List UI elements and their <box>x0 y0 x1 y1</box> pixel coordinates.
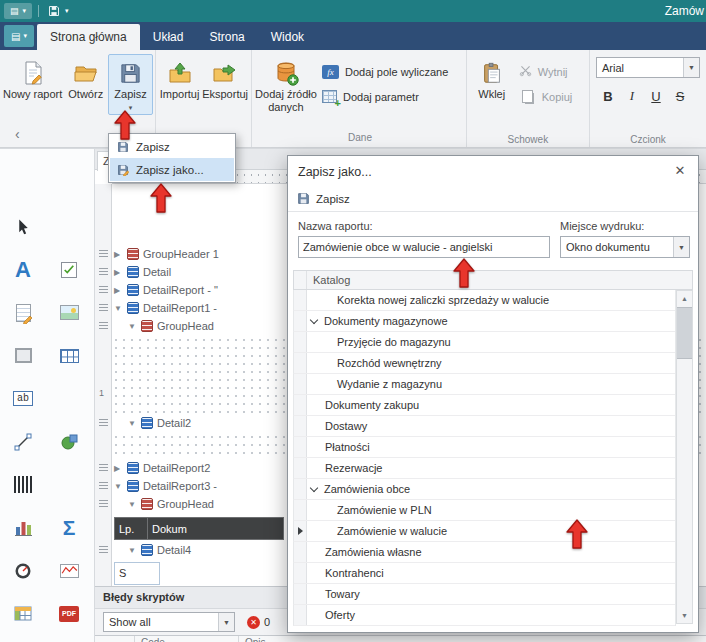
chevron-down-icon[interactable]: ▼ <box>673 237 689 257</box>
band-groupheader1[interactable]: ▶GroupHeader 1 <box>114 246 219 262</box>
expander-icon[interactable]: ▼ <box>114 482 123 491</box>
sparkline-tool-button[interactable] <box>50 552 88 590</box>
expander-icon[interactable]: ▼ <box>128 322 137 331</box>
band-detail4[interactable]: ▼Detail4 <box>128 542 191 558</box>
tab-strona-glowna[interactable]: Strona główna <box>37 24 140 50</box>
tree-row[interactable]: Dokumenty zakupu <box>293 395 675 416</box>
panel-tool-button[interactable] <box>4 337 42 375</box>
scrollbar-thumb[interactable] <box>677 307 692 359</box>
band-handle[interactable] <box>99 546 108 553</box>
tree-row[interactable]: Zamówienie w PLN <box>293 500 675 521</box>
tree-row[interactable]: Wydanie z magazynu <box>293 374 675 395</box>
scrollbar[interactable]: ▲ ▼ <box>676 290 693 624</box>
paste-button[interactable]: Wklej <box>469 54 515 102</box>
chevron-down-icon[interactable]: ▼ <box>683 58 699 77</box>
column-opis[interactable]: Opis <box>239 636 706 642</box>
barcode-tool-button[interactable] <box>4 466 42 504</box>
report-cell[interactable]: S <box>114 562 160 585</box>
picture-tool-button[interactable] <box>50 294 88 332</box>
tree-row[interactable]: Kontrahenci <box>293 563 675 584</box>
pdf-tool-button[interactable]: PDF <box>50 595 88 633</box>
cut-button[interactable]: Wytnij <box>515 61 577 82</box>
expander-icon[interactable]: ▶ <box>114 464 123 473</box>
underline-button[interactable]: U <box>644 85 668 107</box>
import-button[interactable]: Importuj <box>158 54 201 102</box>
font-name-combo[interactable]: Arial ▼ <box>596 57 700 78</box>
line-tool-button[interactable] <box>4 423 42 461</box>
band-handle[interactable] <box>99 419 108 426</box>
report-table-header[interactable]: Lp. Dokum <box>114 517 284 540</box>
band-handle[interactable] <box>99 464 108 471</box>
expander-icon[interactable] <box>310 483 318 491</box>
add-parameter-button[interactable]: Dodaj parametr <box>318 86 452 107</box>
tree-row[interactable]: Zamówienia obce <box>293 479 675 500</box>
qat-dropdown-icon[interactable]: ▾ <box>65 7 69 15</box>
application-button[interactable]: ▤▾ <box>4 25 34 47</box>
expander-icon[interactable]: ▶ <box>114 268 123 277</box>
band-handle[interactable] <box>99 250 108 257</box>
richtext-tool-button[interactable] <box>4 294 42 332</box>
bold-button[interactable]: B <box>596 85 620 107</box>
pointer-tool-button[interactable] <box>4 208 42 246</box>
chart-tool-button[interactable] <box>4 509 42 547</box>
label-tool-button[interactable]: A <box>4 251 42 289</box>
report-name-input[interactable] <box>298 236 550 258</box>
tree-row[interactable]: Korekta nowej zaliczki sprzedaży w waluc… <box>293 290 675 311</box>
add-calculated-field-button[interactable]: fx Dodaj pole wyliczane <box>318 61 452 82</box>
dialog-save-button[interactable]: Zapisz <box>288 186 698 212</box>
scroll-up-icon[interactable]: ▲ <box>677 291 692 306</box>
band-detail2[interactable]: ▼Detail2 <box>128 415 191 431</box>
save-button[interactable]: Zapisz ▾ <box>108 54 153 115</box>
tab-strona[interactable]: Strona <box>196 24 257 50</box>
shape-tool-button[interactable] <box>50 423 88 461</box>
pivot-tool-button[interactable] <box>4 595 42 633</box>
band-detailreport1[interactable]: ▼DetailReport1 - <box>114 300 217 316</box>
export-button[interactable]: Eksportuj <box>201 54 249 102</box>
textbox-tool-button[interactable]: ab <box>4 380 42 418</box>
menu-item-save-as[interactable]: Zapisz jako... <box>110 158 234 181</box>
tree-row[interactable]: Dokumenty magazynowe <box>293 311 675 332</box>
tab-widok[interactable]: Widok <box>258 24 317 50</box>
expander-icon[interactable]: ▼ <box>128 546 137 555</box>
table-tool-button[interactable] <box>50 337 88 375</box>
quick-save-icon[interactable] <box>48 5 60 17</box>
collapse-left-icon[interactable]: ‹ <box>15 126 20 142</box>
band-detail[interactable]: ▶Detail <box>114 264 171 280</box>
band-handle[interactable] <box>99 322 108 329</box>
tree-row[interactable]: Rezerwacje <box>293 458 675 479</box>
tree-row[interactable]: Płatności <box>293 437 675 458</box>
expander-icon[interactable]: ▶ <box>114 286 123 295</box>
expander-icon[interactable]: ▶ <box>114 250 123 259</box>
tree-row[interactable]: Oferty <box>293 605 675 626</box>
tree-row[interactable]: Rozchód wewnętrzny <box>293 353 675 374</box>
strikeout-button[interactable]: S <box>668 85 692 107</box>
band-detailreport[interactable]: ▶DetailReport - " <box>114 282 218 298</box>
band-handle[interactable] <box>99 268 108 275</box>
sum-tool-button[interactable]: Σ <box>50 509 88 547</box>
band-handle[interactable] <box>99 286 108 293</box>
new-report-button[interactable]: Nowy raport <box>2 54 63 102</box>
chevron-down-icon[interactable]: ▼ <box>218 613 234 631</box>
band-grouphead[interactable]: ▼GroupHead <box>128 318 214 334</box>
tree-row[interactable]: Towary <box>293 584 675 605</box>
app-menu-icon[interactable]: ▤▾ <box>4 3 32 19</box>
checkbox-tool-button[interactable] <box>50 251 88 289</box>
expander-icon[interactable]: ▼ <box>128 419 137 428</box>
tree-row-selected[interactable]: Zamówienie w walucie <box>293 521 675 542</box>
scroll-down-icon[interactable]: ▼ <box>677 608 692 623</box>
italic-button[interactable]: I <box>620 85 644 107</box>
band-grouphead2[interactable]: ▼GroupHead <box>128 496 214 512</box>
tab-uklad[interactable]: Układ <box>140 24 197 50</box>
expander-icon[interactable]: ▼ <box>128 500 137 509</box>
tree-row[interactable]: Zamówienia własne <box>293 542 675 563</box>
band-handle[interactable] <box>99 304 108 311</box>
band-handle[interactable] <box>99 500 108 507</box>
errors-filter-combo[interactable]: Show all ▼ <box>103 612 235 632</box>
band-detailreport3[interactable]: ▼DetailReport3 - <box>114 478 217 494</box>
gauge-tool-button[interactable] <box>4 552 42 590</box>
print-target-combo[interactable]: Okno dokumentu ▼ <box>560 236 690 258</box>
expander-icon[interactable] <box>310 315 318 323</box>
column-code[interactable]: Code <box>135 636 239 642</box>
add-datasource-button[interactable]: Dodaj źródło danych <box>254 54 318 115</box>
band-handle[interactable] <box>99 482 108 489</box>
